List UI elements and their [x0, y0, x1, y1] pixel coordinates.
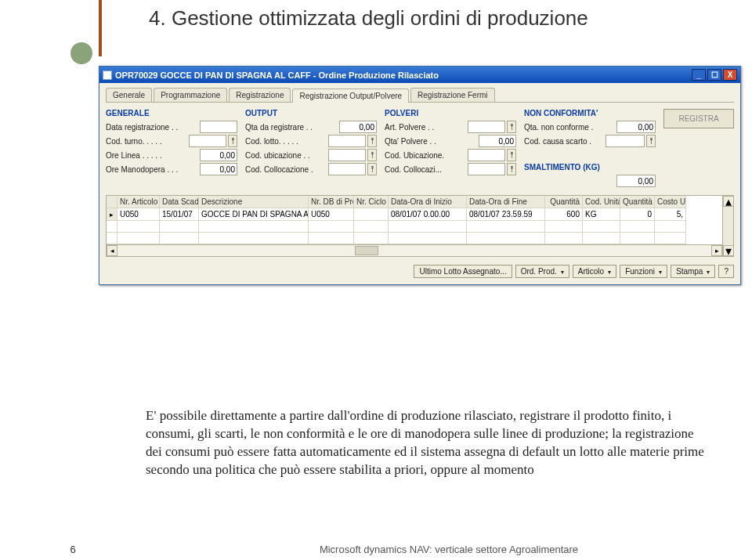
- col-header-nr-articolo[interactable]: Nr. Articolo: [118, 196, 160, 208]
- input-smaltimento[interactable]: [616, 175, 656, 187]
- label-qta-polvere: Qta' Polvere . .: [385, 137, 477, 146]
- grid-header-row: Nr. Articolo Data Scadenza Descrizione N…: [107, 196, 722, 208]
- scroll-right-icon[interactable]: ▸: [711, 245, 722, 256]
- input-ore-linea[interactable]: [200, 149, 237, 161]
- window-action-bar: Ultimo Lotto Assegnato... Ord. Prod. Art…: [106, 265, 734, 278]
- group-polveri: POLVERI Art. Polvere . . ⭱ Qta' Polvere …: [385, 109, 516, 189]
- label-cod-lotto: Cod. lotto. . . . .: [245, 137, 327, 146]
- group-title-output: OUTPUT: [245, 109, 377, 117]
- label-cod-collocazi-pol: Cod. Collocazi...: [385, 165, 466, 174]
- input-qta-da-registrare[interactable]: [339, 121, 377, 133]
- tab-registrazione-fermi[interactable]: Registrazione Fermi: [410, 88, 494, 102]
- dropdown-icon: [606, 267, 611, 276]
- scroll-left-icon[interactable]: ◂: [107, 245, 118, 256]
- label-cod-collocazione-out: Cod. Collocazione .: [245, 165, 327, 174]
- lookup-cod-ubicazione-pol[interactable]: ⭱: [507, 149, 516, 161]
- minimize-button[interactable]: _: [692, 69, 706, 81]
- col-header-um[interactable]: Cod. Unità di Misura: [583, 196, 620, 208]
- btn-ultimo-lotto[interactable]: Ultimo Lotto Assegnato...: [414, 265, 512, 278]
- col-header-nr-ciclo[interactable]: Nr. Ciclo: [354, 196, 389, 208]
- col-header-fine[interactable]: Data-Ora di Fine: [467, 196, 545, 208]
- col-header-residua[interactable]: Quantità Residua: [620, 196, 655, 208]
- lookup-art-polvere[interactable]: ⭱: [507, 121, 516, 133]
- input-cod-causa-scarto[interactable]: [606, 135, 645, 147]
- input-qta-polvere[interactable]: [479, 135, 516, 147]
- col-header-quantita[interactable]: Quantità: [545, 196, 583, 208]
- btn-funzioni[interactable]: Funzioni: [620, 265, 667, 278]
- input-cod-ubicazione-out[interactable]: [328, 149, 366, 161]
- group-title-generale: GENERALE: [106, 109, 237, 117]
- tab-generale[interactable]: Generale: [106, 88, 152, 102]
- cell-nr-ciclo: [354, 208, 389, 221]
- lookup-cod-causa-scarto[interactable]: ⭱: [646, 135, 656, 147]
- slide-title: 4. Gestione ottimizzata degli ordini di …: [0, 0, 752, 34]
- tab-registrazione-output[interactable]: Registrazione Output/Polvere: [292, 89, 409, 103]
- scroll-thumb[interactable]: [355, 246, 378, 255]
- row-indicator-icon: [107, 208, 118, 221]
- lookup-cod-turno[interactable]: ⭱: [228, 135, 237, 147]
- label-cod-ubicazione-out: Cod. ubicazione . .: [245, 151, 327, 160]
- maximize-button[interactable]: ☐: [707, 69, 721, 81]
- group-generale: GENERALE Data registrazione . . Cod. tur…: [106, 109, 237, 189]
- lookup-cod-collocazione-out[interactable]: ⭱: [367, 163, 377, 175]
- scroll-down-icon[interactable]: ▾: [723, 245, 734, 256]
- lookup-cod-collocazi-pol[interactable]: ⭱: [507, 163, 516, 175]
- close-button[interactable]: X: [723, 69, 737, 81]
- input-qta-non-conforme[interactable]: [616, 121, 656, 133]
- registra-button[interactable]: REGISTRA: [663, 109, 734, 128]
- input-art-polvere[interactable]: [468, 121, 505, 133]
- cell-fine: 08/01/07 23.59.59: [467, 208, 545, 221]
- data-grid: Nr. Articolo Data Scadenza Descrizione N…: [106, 195, 734, 257]
- label-data-registrazione: Data registrazione . .: [106, 123, 198, 132]
- dropdown-icon: [657, 267, 662, 276]
- tab-registrazione[interactable]: Registrazione: [229, 88, 291, 102]
- cell-costo: 5,: [655, 208, 686, 221]
- group-nonconformita: NON CONFORMITA' Qta. non conforme . Cod.…: [524, 109, 656, 189]
- cell-nr-db: U050: [309, 208, 354, 221]
- label-cod-causa-scarto: Cod. causa scarto .: [524, 137, 604, 146]
- grid-row-selector-header: [107, 196, 118, 208]
- cell-quantita: 600: [545, 208, 583, 221]
- tab-programmazione[interactable]: Programmazione: [154, 88, 227, 102]
- col-header-nr-db[interactable]: Nr. DB di Produzione: [309, 196, 354, 208]
- input-cod-lotto[interactable]: [328, 135, 366, 147]
- input-ore-manodopera[interactable]: [200, 163, 237, 175]
- input-cod-collocazi-pol[interactable]: [468, 163, 505, 175]
- vertical-scrollbar[interactable]: ▴ ▾: [722, 196, 733, 256]
- table-row[interactable]: U050 15/01/07 GOCCE DI PAN DI SPAGNA AL …: [107, 208, 722, 221]
- cell-descrizione: GOCCE DI PAN DI SPAGNA AL ...: [199, 208, 309, 221]
- input-cod-turno[interactable]: [189, 135, 226, 147]
- label-art-polvere: Art. Polvere . .: [385, 123, 466, 132]
- btn-stampa[interactable]: Stampa: [671, 265, 715, 278]
- lookup-cod-ubicazione-out[interactable]: ⭱: [367, 149, 377, 161]
- lookup-cod-lotto[interactable]: ⭱: [367, 135, 377, 147]
- btn-help[interactable]: ?: [718, 265, 734, 278]
- table-row[interactable]: [107, 221, 722, 233]
- group-registra: REGISTRA: [663, 109, 734, 189]
- horizontal-scrollbar[interactable]: ◂ ▸: [107, 244, 722, 256]
- tab-strip: Generale Programmazione Registrazione Re…: [106, 88, 734, 103]
- col-header-inizio[interactable]: Data-Ora di Inizio: [389, 196, 467, 208]
- col-header-data-scadenza[interactable]: Data Scadenza: [160, 196, 199, 208]
- input-cod-collocazione-out[interactable]: [328, 163, 366, 175]
- group-title-nonconf: NON CONFORMITA': [524, 109, 656, 117]
- group-title-smaltimento: SMALTIMENTO (KG): [524, 163, 656, 172]
- slide-accent-circle: [70, 42, 92, 64]
- page-number: 6: [0, 544, 146, 555]
- col-header-costo[interactable]: Costo Unitario: [655, 196, 686, 208]
- label-qta-non-conforme: Qta. non conforme .: [524, 123, 615, 132]
- btn-ord-prod[interactable]: Ord. Prod.: [515, 265, 569, 278]
- scroll-track[interactable]: [118, 245, 711, 256]
- label-qta-da-registrare: Qta da registrare . .: [245, 123, 338, 132]
- table-row[interactable]: [107, 233, 722, 244]
- group-output: OUTPUT Qta da registrare . . Cod. lotto.…: [245, 109, 377, 189]
- scroll-up-icon[interactable]: ▴: [723, 196, 734, 207]
- cell-um: KG: [583, 208, 620, 221]
- col-header-descrizione[interactable]: Descrizione: [199, 196, 309, 208]
- slide-accent-bar: [99, 0, 102, 56]
- input-cod-ubicazione-pol[interactable]: [468, 149, 505, 161]
- label-cod-turno: Cod. turno. . . . .: [106, 137, 187, 146]
- app-icon: [103, 70, 112, 80]
- btn-articolo[interactable]: Articolo: [573, 265, 616, 278]
- input-data-registrazione[interactable]: [200, 121, 237, 133]
